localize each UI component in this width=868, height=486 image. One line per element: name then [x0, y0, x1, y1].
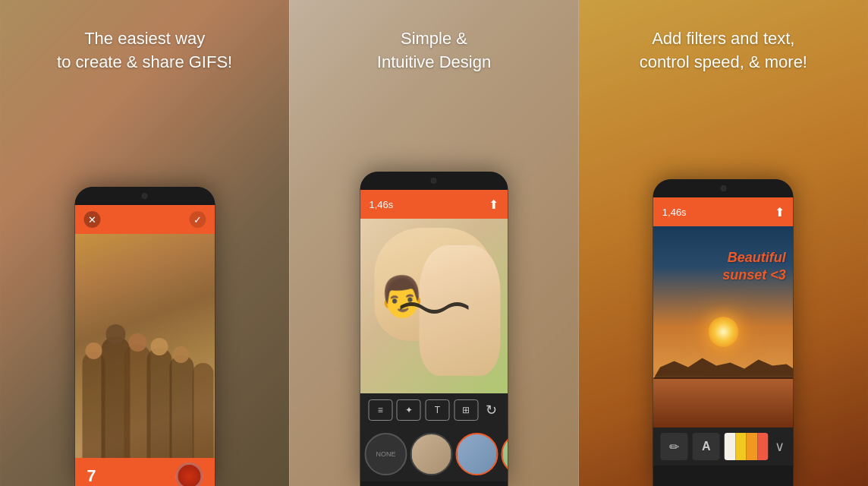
phone-1-camera — [142, 193, 148, 199]
phone-1-footer: 7 — [74, 458, 215, 486]
sunset-text: Beautiful sunset <3 — [722, 249, 786, 285]
phone-1-top-bar — [74, 187, 215, 205]
panel-2-content: Simple & Intuitive Design 1,46s ⬆ 👨 — [289, 0, 578, 486]
pencil-button[interactable]: ✏ — [661, 433, 688, 460]
share-icon[interactable]: ⬆ — [489, 197, 498, 212]
phone-mockup-2: 1,46s ⬆ 👨 ≡ — [360, 172, 508, 486]
swatch-white[interactable] — [725, 433, 736, 460]
phone-2-screen: 1,46s ⬆ 👨 ≡ — [360, 190, 508, 486]
phone-3-footer: ✏ A ∨ — [653, 428, 794, 465]
phone-2-camera — [431, 178, 437, 184]
filter-2[interactable] — [455, 433, 498, 475]
time-display-3: 1,46s — [662, 207, 687, 218]
filter-strip: NONE — [360, 427, 508, 481]
panel-3-content: Add filters and text, control speed, & m… — [579, 0, 868, 486]
frames-tool[interactable]: ≡ — [368, 399, 392, 421]
phone-1-screen: ✕ ✓ 7 — [74, 205, 215, 486]
toolbar: ≡ ✦ T ⊞ ↻ — [360, 393, 508, 427]
sunset-preview: Beautiful sunset <3 — [653, 226, 794, 428]
text-button[interactable]: A — [693, 433, 720, 460]
color-swatches — [725, 433, 769, 460]
swatch-red[interactable] — [757, 433, 769, 460]
filter-tool[interactable]: ✦ — [397, 399, 421, 421]
filter-1[interactable] — [410, 433, 452, 475]
confirm-button[interactable]: ✓ — [189, 211, 206, 228]
frame-counter: 7 — [86, 466, 96, 486]
refresh-tool[interactable]: ↻ — [483, 399, 500, 421]
panel-2: Simple & Intuitive Design 1,46s ⬆ 👨 — [289, 0, 578, 486]
divider-1 — [289, 0, 290, 486]
time-display: 1,46s — [369, 199, 393, 210]
phone-3-top-bar — [653, 179, 794, 197]
phone-3-header: 1,46s ⬆ — [653, 197, 794, 226]
phone-mockup-1: ✕ ✓ 7 — [74, 187, 215, 486]
panel-1-title: The easiest way to create & share GIFS! — [57, 27, 232, 74]
share-icon-3[interactable]: ⬆ — [775, 205, 785, 219]
panel-1: The easiest way to create & share GIFS! … — [0, 0, 289, 486]
panel-1-content: The easiest way to create & share GIFS! … — [0, 0, 289, 486]
phone-2-top-bar — [360, 172, 508, 190]
panel-2-title: Simple & Intuitive Design — [377, 27, 491, 74]
expand-icon[interactable]: ∨ — [773, 437, 786, 456]
filter-none[interactable]: NONE — [364, 433, 407, 475]
panel-3-title: Add filters and text, control speed, & m… — [640, 27, 807, 74]
close-button[interactable]: ✕ — [83, 211, 100, 228]
phone-3-screen: 1,46s ⬆ Beautiful sunset <3 — [653, 197, 794, 486]
phone-mockup-3: 1,46s ⬆ Beautiful sunset <3 — [653, 179, 794, 486]
phone-1-header: ✕ ✓ — [74, 205, 215, 234]
swatch-yellow[interactable] — [735, 433, 747, 460]
gif-preview-2: 👨 — [360, 219, 508, 393]
overlay-tool[interactable]: ⊞ — [454, 399, 478, 421]
text-tool[interactable]: T — [425, 399, 449, 421]
swatch-orange[interactable] — [747, 433, 758, 460]
record-button[interactable] — [175, 462, 203, 486]
water — [653, 377, 794, 428]
filter-3[interactable] — [501, 433, 508, 475]
phone-3-camera — [720, 185, 726, 191]
phone-2-header: 1,46s ⬆ — [360, 190, 508, 219]
sun — [708, 317, 738, 347]
selfie-preview — [74, 234, 215, 458]
panel-3: Add filters and text, control speed, & m… — [579, 0, 868, 486]
divider-2 — [578, 0, 579, 486]
